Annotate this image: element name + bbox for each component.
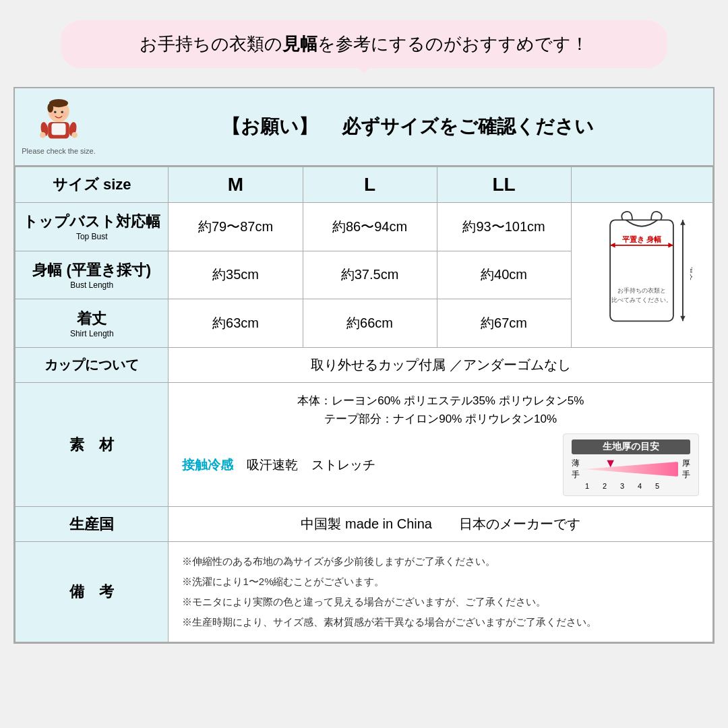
svg-rect-4 <box>52 123 66 135</box>
origin-label: 生産国 <box>16 507 169 542</box>
thickness-chart: 生地厚の目安 薄 手 ▼ 厚 手 1 2 <box>563 433 699 496</box>
feature-moisture: 吸汗速乾 <box>247 456 298 474</box>
top-bust-row: トップバスト対応幅 Top Bust 約79〜87cm 約86〜94cm 約93… <box>16 203 713 251</box>
svg-text:お手持ちの衣類と: お手持ちの衣類と <box>617 287 666 294</box>
note2: ※洗濯により1〜2%縮むことがございます。 <box>182 572 699 592</box>
cup-label: カップについて <box>16 348 169 383</box>
size-m-header: M <box>169 167 303 203</box>
thickness-title: 生地厚の目安 <box>572 439 690 454</box>
thickness-bar-bg <box>584 462 678 477</box>
origin-row: 生産国 中国製 made in China 日本のメーカーです <box>16 507 713 542</box>
size-l-header: L <box>303 167 437 203</box>
svg-point-2 <box>47 103 53 113</box>
note3: ※モニタにより実際の色と違って見える場合がございますが、ご了承ください。 <box>182 592 699 612</box>
bust-length-m: 約35cm <box>169 251 303 299</box>
material-content: 本体：レーヨン60% ポリエステル35% ポリウレタン5% テープ部分：ナイロン… <box>169 383 713 507</box>
mascot-area: Please check the size. <box>15 95 102 158</box>
feature-stretch: ストレッチ <box>311 456 375 474</box>
size-header-row: サイズ size M L LL <box>16 167 713 203</box>
note1: ※伸縮性のある布地の為サイズが多少前後しますがご了承ください。 <box>182 551 699 572</box>
bubble-text-after: を参考にするのがおすすめです！ <box>317 34 588 54</box>
svg-point-12 <box>71 132 78 138</box>
material-features: 接触冷感 吸汗速乾 ストレッチ 生地厚の目安 薄 手 ▼ <box>182 433 699 496</box>
svg-text:比べてみてください。: 比べてみてください。 <box>611 297 672 303</box>
diagram-header <box>571 167 712 203</box>
svg-marker-19 <box>680 220 686 225</box>
shirt-length-ll: 約67cm <box>437 299 571 348</box>
bust-length-ll: 約40cm <box>437 251 571 299</box>
notes-row: 備 考 ※伸縮性のある布地の為サイズが多少前後しますがご了承ください。 ※洗濯に… <box>16 542 713 642</box>
mascot-label: Please check the size. <box>22 147 95 155</box>
page-wrapper: お手持ちの衣類の見幅を参考にするのがおすすめです！ <box>0 0 728 728</box>
bubble-text-before: お手持ちの衣類の <box>140 34 282 54</box>
cup-value: 取り外せるカップ付属 ／アンダーゴムなし <box>169 348 713 383</box>
svg-marker-20 <box>680 316 686 322</box>
notes-content: ※伸縮性のある布地の為サイズが多少前後しますがご了承ください。 ※洗濯により1〜… <box>169 542 713 642</box>
size-table: サイズ size M L LL トップバスト対応幅 Top Bust 約79〜8… <box>15 166 713 642</box>
notes-label: 備 考 <box>16 542 169 642</box>
shirt-length-l: 約66cm <box>303 299 437 348</box>
tank-top-diagram: 平置き 身幅 着丈 お手持ちの衣類と 比べてみてください。 <box>591 210 692 338</box>
origin-value: 中国製 made in China 日本のメーカーです <box>169 507 713 542</box>
shirt-length-label: 着丈 Shirt Length <box>16 299 169 348</box>
material-line2: テープ部分：ナイロン90% ポリウレタン10% <box>182 411 699 427</box>
thick-label: 厚 手 <box>682 458 690 481</box>
svg-text:平置き 身幅: 平置き 身幅 <box>622 235 661 243</box>
top-bust-l: 約86〜94cm <box>303 203 437 251</box>
feature-cool: 接触冷感 <box>182 456 233 474</box>
thickness-marker: ▼ <box>605 456 617 471</box>
cup-row: カップについて 取り外せるカップ付属 ／アンダーゴムなし <box>16 348 713 383</box>
thin-label: 薄 手 <box>572 458 580 481</box>
size-ll-header: LL <box>437 167 571 203</box>
material-row: 素 材 本体：レーヨン60% ポリエステル35% ポリウレタン5% テープ部分：… <box>16 383 713 507</box>
top-bust-label: トップバスト対応幅 Top Bust <box>16 203 169 251</box>
note4: ※生産時期により、サイズ感、素材質感が若干異なる場合がございますがご了承ください… <box>182 612 699 632</box>
material-line1: 本体：レーヨン60% ポリエステル35% ポリウレタン5% <box>182 393 699 408</box>
bust-length-l: 約37.5cm <box>303 251 437 299</box>
main-table: Please check the size. 【お願い】 必ずサイズをご確認くだ… <box>13 87 715 644</box>
material-label: 素 材 <box>16 383 169 507</box>
svg-point-11 <box>40 132 46 138</box>
thickness-bar: ▼ <box>584 462 678 477</box>
mascot-icon <box>35 98 82 146</box>
bust-length-label: 身幅 (平置き採寸) Bust Length <box>16 251 169 299</box>
svg-point-8 <box>62 112 67 117</box>
size-label: サイズ size <box>16 167 169 203</box>
shirt-length-m: 約63cm <box>169 299 303 348</box>
diagram-cell: 平置き 身幅 着丈 お手持ちの衣類と 比べてみてください。 <box>571 203 712 348</box>
svg-point-7 <box>51 112 55 117</box>
top-bust-ll: 約93〜101cm <box>437 203 571 251</box>
bubble-text-bold: 見幅 <box>282 34 317 54</box>
svg-text:着丈: 着丈 <box>690 267 692 280</box>
speech-bubble: お手持ちの衣類の見幅を参考にするのがおすすめです！ <box>61 20 667 68</box>
header-title: 【お願い】 必ずサイズをご確認ください <box>102 114 713 140</box>
top-bust-m: 約79〜87cm <box>169 203 303 251</box>
header-row: Please check the size. 【お願い】 必ずサイズをご確認くだ… <box>15 88 713 166</box>
